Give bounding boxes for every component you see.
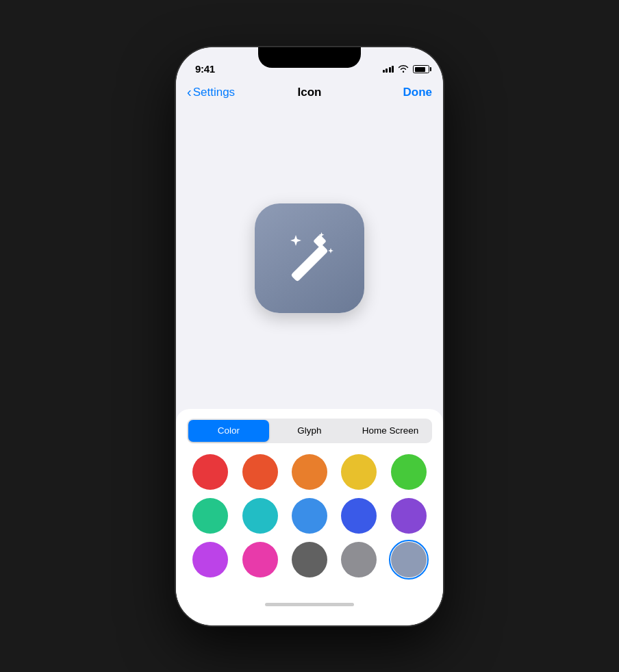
magic-wand-icon xyxy=(275,224,344,293)
tab-selector: Color Glyph Home Screen xyxy=(187,419,432,443)
color-swatch-purple[interactable] xyxy=(391,498,427,534)
tab-color[interactable]: Color xyxy=(188,420,269,442)
color-swatch-violet[interactable] xyxy=(192,542,228,577)
color-swatch-orange-red[interactable] xyxy=(242,454,278,490)
back-button[interactable]: ‹ Settings xyxy=(187,84,235,100)
color-swatch-teal[interactable] xyxy=(192,498,228,534)
wifi-icon xyxy=(398,64,409,75)
color-swatch-dark-blue[interactable] xyxy=(341,498,377,534)
color-swatch-yellow[interactable] xyxy=(341,454,377,490)
color-grid xyxy=(176,443,443,588)
color-swatch-dark-gray[interactable] xyxy=(292,542,327,577)
home-indicator xyxy=(176,588,443,612)
color-swatch-gray[interactable] xyxy=(341,542,377,577)
color-swatch-orange[interactable] xyxy=(292,454,327,490)
status-bar: 9:41 xyxy=(176,47,443,77)
color-swatch-pink[interactable] xyxy=(242,542,278,577)
status-icons xyxy=(383,64,430,75)
svg-rect-1 xyxy=(313,234,327,248)
tab-homescreen[interactable]: Home Screen xyxy=(350,420,431,442)
nav-bar: ‹ Settings Icon Done xyxy=(176,77,443,108)
app-icon xyxy=(255,203,364,313)
color-swatch-cyan[interactable] xyxy=(242,498,278,534)
bottom-panel: Color Glyph Home Screen xyxy=(176,409,443,625)
color-swatch-green[interactable] xyxy=(391,454,427,490)
icon-preview-area xyxy=(176,108,443,409)
svg-rect-0 xyxy=(290,244,328,282)
signal-icon xyxy=(383,66,394,73)
tab-glyph[interactable]: Glyph xyxy=(269,420,350,442)
battery-icon xyxy=(413,65,429,73)
done-button[interactable]: Done xyxy=(403,86,433,99)
status-time: 9:41 xyxy=(195,63,215,75)
home-bar xyxy=(265,603,354,606)
notch xyxy=(258,47,361,68)
chevron-left-icon: ‹ xyxy=(187,84,192,100)
page-title: Icon xyxy=(298,86,322,99)
phone-screen: 9:41 xyxy=(176,47,443,625)
color-swatch-blue[interactable] xyxy=(292,498,327,534)
color-swatch-red[interactable] xyxy=(192,454,228,490)
color-swatch-light-blue-gray[interactable] xyxy=(391,542,427,577)
back-label: Settings xyxy=(193,86,235,99)
phone-frame: 9:41 xyxy=(176,47,443,625)
app-icon-inner xyxy=(255,203,364,313)
